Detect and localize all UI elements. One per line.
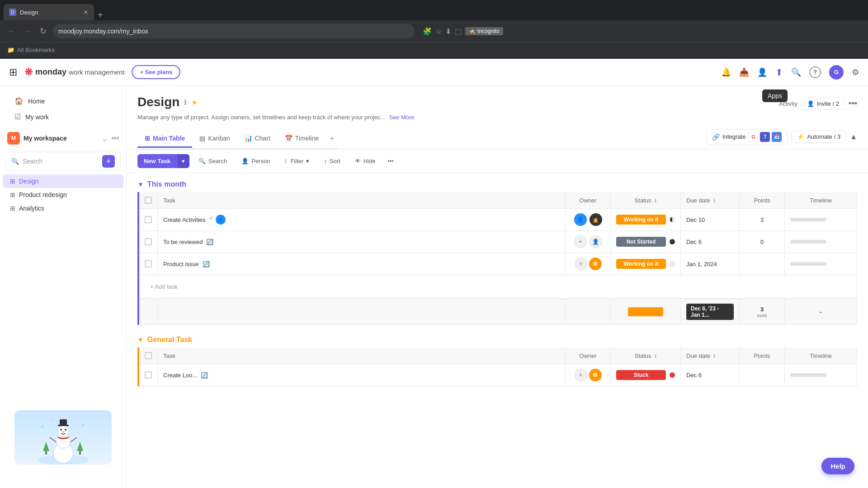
home-icon: 🏠 bbox=[14, 97, 24, 105]
sidebar-item-product-redesign[interactable]: ⊞ Product redesign bbox=[3, 188, 123, 202]
grow-1-checkbox[interactable] bbox=[145, 371, 152, 379]
group-chevron-general: ▼ bbox=[137, 336, 144, 343]
task-3-update-icon[interactable]: 🔄 bbox=[203, 261, 210, 267]
general-header-checkbox[interactable] bbox=[145, 352, 152, 359]
kanban-icon: ▤ bbox=[199, 135, 205, 142]
row-checkbox-3[interactable] bbox=[138, 253, 158, 275]
download-icon[interactable]: ⬇ bbox=[445, 27, 451, 36]
workspace-header[interactable]: M My workspace ⌄ ••• bbox=[0, 128, 126, 148]
forward-button[interactable]: → bbox=[22, 25, 33, 38]
filter-button[interactable]: ⫶ Filter ▾ bbox=[279, 155, 315, 168]
inbox-icon[interactable]: 📥 bbox=[739, 67, 749, 77]
add-tab-button[interactable]: + bbox=[326, 130, 338, 148]
group-header-general-task[interactable]: ▼ General Task bbox=[137, 328, 857, 347]
new-tab-button[interactable]: + bbox=[94, 10, 107, 20]
profile-icon[interactable]: ⬚ bbox=[455, 27, 462, 36]
user-avatar[interactable]: G bbox=[829, 65, 844, 80]
integrate-button[interactable]: 🔗 Integrate G T 📅 bbox=[706, 129, 788, 145]
help-nav-icon[interactable]: ? bbox=[809, 66, 821, 78]
status-info-icon[interactable]: ℹ bbox=[655, 198, 656, 203]
install-icon[interactable]: ⬆ bbox=[775, 67, 783, 77]
board-icon-design: ⊞ bbox=[10, 178, 15, 185]
gdue-date-info-icon[interactable]: ℹ bbox=[713, 353, 715, 359]
page-star-icon[interactable]: ★ bbox=[191, 98, 198, 107]
more-options-button[interactable]: ••• bbox=[849, 99, 857, 108]
sort-button[interactable]: ↕ Sort bbox=[318, 155, 345, 168]
bookmarks-label: All Bookmarks bbox=[17, 47, 55, 53]
grow-checkbox-1[interactable] bbox=[138, 364, 158, 386]
task-1-assignee-icon: 👤 bbox=[216, 215, 226, 225]
grow-1-task: Create Loo... 🔄 bbox=[158, 364, 566, 386]
gtask-1-update-icon[interactable]: 🔄 bbox=[201, 372, 208, 379]
see-more-link[interactable]: See More bbox=[389, 114, 414, 121]
invite-button[interactable]: 👤 Invite / 2 bbox=[801, 98, 845, 110]
header-checkbox[interactable] bbox=[145, 197, 152, 204]
nav-icons: 🔔 📥 👤 ⬆ Apps 🔍 ? G ⚙ bbox=[721, 65, 859, 80]
back-button[interactable]: ← bbox=[5, 25, 17, 38]
tab-timeline[interactable]: 📅 Timeline bbox=[278, 130, 326, 148]
row-checkbox-1[interactable] bbox=[138, 209, 158, 231]
summary-checkbox-cell bbox=[138, 299, 158, 325]
tab-close-button[interactable]: ✕ bbox=[83, 9, 89, 16]
workspace-expand-icon: ⌄ bbox=[102, 134, 108, 143]
tab-chart[interactable]: 📊 Chart bbox=[237, 130, 278, 148]
sidebar-item-mywork[interactable]: ☑ My work bbox=[7, 109, 119, 125]
sidebar-item-design[interactable]: ⊞ Design bbox=[3, 174, 123, 188]
tab-main-table[interactable]: ⊞ Main Table bbox=[137, 130, 192, 148]
gcol-owner: Owner bbox=[566, 347, 611, 364]
gstatus-info-icon[interactable]: ℹ bbox=[655, 353, 656, 359]
gowner-1-secondary-avatar: ⚙ bbox=[589, 369, 602, 381]
summary-status-cell bbox=[611, 299, 681, 325]
person-search-icon[interactable]: 👤 bbox=[757, 67, 767, 77]
group-header-this-month[interactable]: ▼ This month bbox=[137, 173, 857, 192]
row-1-status: Working on it bbox=[611, 209, 681, 231]
task-2-update-icon[interactable]: 🔄 bbox=[206, 239, 213, 245]
owner-2-avatar: + bbox=[574, 235, 587, 248]
search-icon[interactable]: 🔍 bbox=[791, 67, 801, 77]
sidebar-item-home[interactable]: 🏠 Home bbox=[7, 93, 119, 109]
row-3-checkbox[interactable] bbox=[145, 260, 152, 267]
toolbar-more-button[interactable]: ••• bbox=[384, 155, 397, 168]
search-button[interactable]: 🔍 Search bbox=[193, 155, 232, 168]
row-3-task-name: Product issue bbox=[163, 261, 199, 267]
add-task-row[interactable]: + Add task bbox=[138, 275, 857, 299]
new-task-dropdown-button[interactable]: ▾ bbox=[177, 154, 189, 168]
row-3-status: Working on it bbox=[611, 253, 681, 275]
tab-kanban[interactable]: ▤ Kanban bbox=[192, 130, 237, 148]
row-2-checkbox[interactable] bbox=[145, 238, 152, 245]
chart-icon: 📊 bbox=[245, 135, 252, 142]
new-task-button[interactable]: New Task bbox=[137, 154, 177, 168]
sidebar-search[interactable]: 🔍 Search + bbox=[5, 152, 121, 171]
address-bar[interactable]: moodjoy.monday.com/my_inbox bbox=[53, 24, 415, 38]
row-1-owner: 👤 🙍 bbox=[566, 209, 611, 231]
collapse-button[interactable]: ▲ bbox=[850, 133, 857, 141]
extensions-icon[interactable]: 🧩 bbox=[423, 27, 432, 36]
automate-button[interactable]: ⚡ Automate / 3 bbox=[791, 131, 846, 143]
see-plans-button[interactable]: + See plans bbox=[132, 65, 180, 79]
row-2-task: To be reviewed 🔄 bbox=[158, 231, 566, 253]
bell-icon[interactable]: 🔔 bbox=[721, 67, 731, 77]
reload-button[interactable]: ↻ bbox=[38, 24, 48, 38]
svg-marker-13 bbox=[77, 442, 83, 451]
sidebar-add-button[interactable]: + bbox=[102, 155, 115, 168]
add-task-button[interactable]: + Add task bbox=[145, 280, 851, 294]
task-1-check-icon[interactable]: ✓ bbox=[209, 215, 214, 225]
workspace-more-icon[interactable]: ••• bbox=[111, 134, 119, 142]
apps-grid-icon[interactable]: ⊞ bbox=[9, 66, 17, 78]
active-tab[interactable]: D Design ✕ bbox=[4, 4, 94, 20]
page-info-icon[interactable]: ℹ bbox=[184, 98, 187, 107]
person-filter-button[interactable]: 👤 Person bbox=[236, 155, 275, 168]
hide-button[interactable]: 👁 Hide bbox=[349, 155, 381, 168]
row-checkbox-2[interactable] bbox=[138, 231, 158, 253]
board-icon-analytics: ⊞ bbox=[10, 205, 15, 212]
grow-1-task-name: Create Loo... bbox=[163, 372, 197, 379]
row-1-task-name: Create Activities bbox=[163, 216, 205, 223]
page-tabs: ⊞ Main Table ▤ Kanban 📊 Chart 📅 bbox=[137, 130, 338, 149]
help-button[interactable]: Help bbox=[821, 458, 854, 474]
bookmark-icon[interactable]: ☆ bbox=[435, 27, 442, 36]
due-date-info-icon[interactable]: ℹ bbox=[713, 198, 715, 203]
settings-icon[interactable]: ⚙ bbox=[852, 67, 859, 77]
sidebar-item-analytics[interactable]: ⊞ Analytics bbox=[3, 202, 123, 215]
row-1-checkbox[interactable] bbox=[145, 216, 152, 223]
group-title-general: General Task bbox=[147, 336, 192, 344]
